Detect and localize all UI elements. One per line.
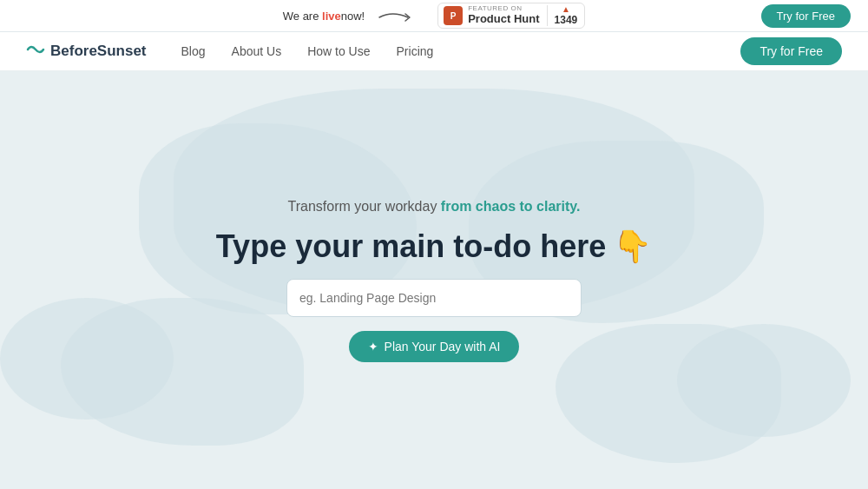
try-free-top-button[interactable]: Try for Free bbox=[761, 4, 851, 28]
ph-icon: P bbox=[444, 6, 463, 25]
hero-title-emoji: 👇 bbox=[613, 228, 652, 265]
ph-name-label: Product Hunt bbox=[468, 13, 539, 25]
nav-item-blog[interactable]: Blog bbox=[181, 43, 206, 59]
nav-links: Blog About Us How to Use Pricing bbox=[181, 43, 434, 59]
blob-7 bbox=[677, 324, 851, 437]
logo[interactable]: BeforeSunset bbox=[26, 42, 147, 62]
ph-text-block: FEATURED ON Product Hunt bbox=[468, 5, 539, 25]
announcement-text: We are livenow! bbox=[283, 10, 365, 23]
plan-day-button[interactable]: ✦ Plan Your Day with AI bbox=[349, 331, 520, 362]
hero-title: Type your main to-do here 👇 bbox=[216, 228, 652, 265]
ph-upvote-icon: ▲ bbox=[562, 5, 570, 14]
logo-text: BeforeSunset bbox=[50, 43, 147, 60]
main-nav: BeforeSunset Blog About Us How to Use Pr… bbox=[0, 32, 868, 71]
product-hunt-badge[interactable]: P FEATURED ON Product Hunt ▲ 1349 bbox=[437, 3, 585, 29]
live-text: live bbox=[322, 10, 341, 23]
hero-task-input[interactable] bbox=[299, 291, 569, 305]
nav-item-about[interactable]: About Us bbox=[232, 43, 282, 59]
subtitle-prefix: Transform your workday bbox=[288, 199, 441, 214]
nav-item-howtouse[interactable]: How to Use bbox=[307, 43, 370, 59]
ph-count-block: ▲ 1349 bbox=[547, 5, 578, 26]
announcement-bar: We are livenow! P FEATURED ON Product Hu… bbox=[0, 0, 868, 32]
nav-item-pricing[interactable]: Pricing bbox=[397, 43, 434, 59]
nav-link-blog[interactable]: Blog bbox=[181, 44, 206, 58]
nav-link-howtouse[interactable]: How to Use bbox=[307, 44, 370, 58]
blob-6 bbox=[0, 298, 174, 420]
hero-content: Transform your workday from chaos to cla… bbox=[216, 199, 652, 362]
try-free-nav-button[interactable]: Try for Free bbox=[740, 37, 842, 65]
hero-section: Transform your workday from chaos to cla… bbox=[0, 71, 868, 489]
nav-link-about[interactable]: About Us bbox=[232, 44, 282, 58]
arrow-icon bbox=[375, 7, 427, 24]
nav-link-pricing[interactable]: Pricing bbox=[397, 44, 434, 58]
logo-icon bbox=[26, 42, 45, 62]
plan-button-label: Plan Your Day with AI bbox=[385, 340, 501, 354]
hero-title-text: Type your main to-do here bbox=[216, 228, 606, 265]
hero-subtitle: Transform your workday from chaos to cla… bbox=[288, 199, 581, 215]
sparkle-icon: ✦ bbox=[368, 340, 378, 354]
ph-vote-count: 1349 bbox=[555, 14, 578, 26]
subtitle-highlight: from chaos to clarity. bbox=[441, 199, 581, 214]
hero-input-wrapper[interactable] bbox=[286, 279, 582, 317]
